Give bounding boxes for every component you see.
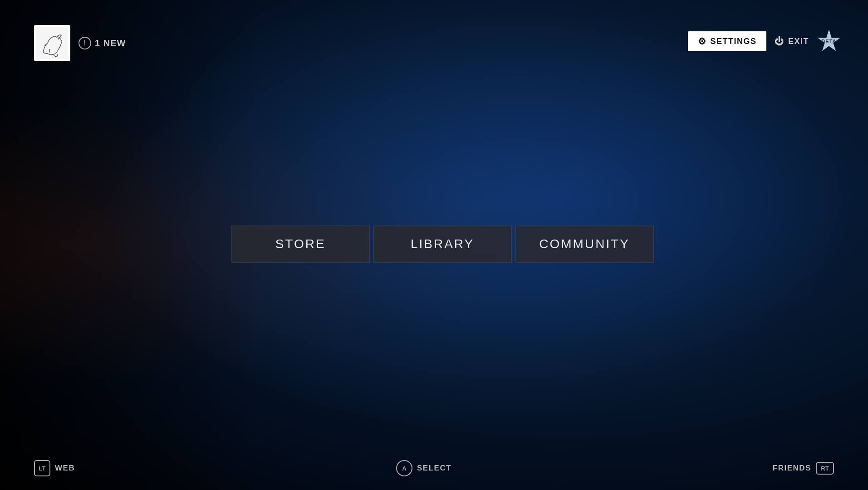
avatar[interactable]: [34, 25, 70, 61]
main-nav: STORE LIBRARY COMMUNITY: [231, 225, 654, 263]
notification-text: 1 NEW: [95, 38, 126, 49]
svg-point-1: [58, 38, 59, 39]
top-right-area: ⚙ SETTINGS ⏻ EXIT BETA: [688, 29, 841, 53]
rt-key: RT: [816, 462, 834, 475]
gear-icon: ⚙: [698, 36, 707, 47]
store-button[interactable]: STORE: [231, 225, 370, 263]
lt-key: LT: [34, 460, 50, 476]
beta-badge: BETA: [817, 29, 841, 53]
select-hint[interactable]: A SELECT: [396, 460, 451, 476]
community-button[interactable]: COMMUNITY: [515, 225, 654, 263]
store-label: STORE: [275, 237, 326, 251]
beta-label: BETA: [821, 39, 836, 44]
settings-button[interactable]: ⚙ SETTINGS: [688, 31, 767, 51]
friends-label: FRIENDS: [773, 464, 811, 473]
web-hint[interactable]: LT WEB: [34, 460, 75, 476]
friends-hint[interactable]: FRIENDS RT: [773, 462, 834, 475]
a-key: A: [396, 460, 412, 476]
svg-rect-0: [36, 27, 68, 59]
community-label: COMMUNITY: [539, 237, 630, 251]
exit-label: EXIT: [788, 37, 809, 46]
notification-area[interactable]: ! 1 NEW: [78, 37, 126, 49]
settings-label: SETTINGS: [710, 37, 756, 46]
web-label: WEB: [55, 464, 75, 473]
library-button[interactable]: LIBRARY: [373, 225, 512, 263]
exit-button[interactable]: ⏻ EXIT: [775, 36, 809, 47]
power-icon: ⏻: [775, 36, 785, 47]
top-left-area: ! 1 NEW: [34, 25, 126, 61]
library-label: LIBRARY: [411, 237, 474, 251]
notification-icon: !: [78, 37, 91, 49]
select-label: SELECT: [417, 464, 451, 473]
bottom-bar: LT WEB A SELECT FRIENDS RT: [0, 460, 868, 476]
